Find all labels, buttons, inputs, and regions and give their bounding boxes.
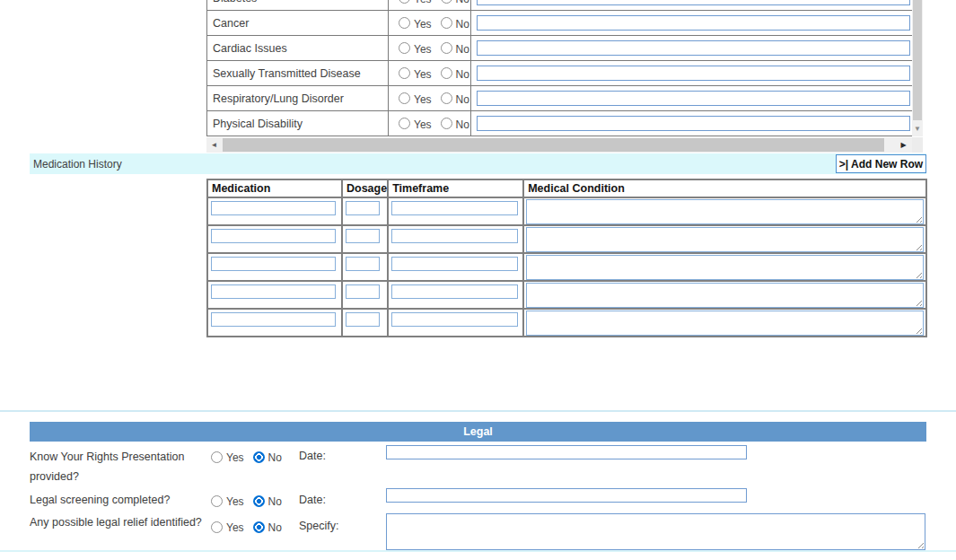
timeframe-input-row1[interactable] [391,201,518,215]
condition-row-diabetes: Diabetes Yes No [207,0,912,11]
respiratory-details-input[interactable] [477,91,910,106]
yes-radio[interactable] [399,0,410,4]
std-details-input[interactable] [477,66,910,81]
respiratory-radio-group: Yes No [399,92,469,106]
dosage-input-row4[interactable] [346,284,380,299]
know-your-rights-date-input[interactable] [386,445,747,459]
vertical-scrollbar[interactable]: ▼ [912,0,923,136]
date-label: Date: [299,450,326,462]
diabetes-radio-group: Yes No [399,0,469,5]
physical-disability-radio-group: Yes No [399,117,469,131]
cancer-radio-group: Yes No [399,16,469,31]
no-radio[interactable] [441,17,452,29]
yes-radio[interactable] [399,42,410,54]
section-title: Medication History [30,158,122,171]
medical-condition-textarea-row5[interactable] [526,311,924,336]
legal-section-bottom-separator [0,550,956,552]
legal-relief-radio-group: Yes No [211,520,282,534]
specify-label: Specify: [299,520,338,532]
legal-section-top-separator [0,410,956,412]
yes-radio[interactable] [399,118,410,129]
legal-relief-question: Any possible legal relief identified? [30,516,214,529]
legal-section-title: Legal [463,425,493,438]
medication-input-row3[interactable] [211,257,336,271]
no-radio[interactable] [253,495,265,507]
date-label: Date: [299,494,326,506]
diabetes-details-input[interactable] [477,0,910,5]
know-your-rights-radio-group: Yes No [211,450,282,464]
yes-radio[interactable] [399,67,410,79]
condition-label: Sexually Transmitted Disease [207,61,389,85]
medical-conditions-table: Diabetes Yes No Cancer Yes No [206,0,912,136]
legal-relief-specify-wrapper [386,513,925,550]
medication-table-header-row: Medication Dosage Timeframe Medical Cond… [207,179,926,197]
column-header-medication: Medication [207,179,342,197]
no-radio[interactable] [441,92,452,104]
add-new-row-button[interactable]: >| Add New Row [836,154,926,173]
column-header-medical-condition: Medical Condition [523,179,926,197]
medication-history-section-header: Medication History >| Add New Row [30,153,926,174]
yes-radio[interactable] [399,92,410,104]
condition-row-cancer: Cancer Yes No [207,11,912,36]
physical-disability-details-input[interactable] [477,116,910,131]
medication-input-row2[interactable] [211,229,336,243]
yes-radio[interactable] [211,521,223,533]
legal-relief-specify-textarea[interactable] [386,513,925,550]
condition-label: Physical Disability [207,111,389,136]
medical-condition-textarea-row2[interactable] [526,227,924,252]
medication-input-row5[interactable] [211,312,336,327]
scroll-down-arrow-icon[interactable]: ▼ [912,123,923,136]
condition-label: Diabetes [207,0,389,10]
cancer-details-input[interactable] [477,15,910,31]
condition-row-physical-disability: Physical Disability Yes No [207,111,912,136]
medication-row [207,197,926,225]
dosage-input-row5[interactable] [346,312,380,327]
dosage-input-row2[interactable] [346,229,380,243]
medication-row [207,309,926,337]
yes-radio[interactable] [211,451,223,463]
no-radio[interactable] [441,118,452,129]
horizontal-scrollbar[interactable]: ◄ ▶ [206,137,912,153]
horizontal-scrollbar-thumb[interactable] [223,138,884,152]
column-header-dosage: Dosage [342,179,388,197]
timeframe-input-row5[interactable] [391,312,518,327]
medication-row [207,225,926,253]
no-radio[interactable] [441,0,452,4]
cardiac-details-input[interactable] [477,40,910,56]
no-radio[interactable] [441,42,452,54]
medication-row [207,253,926,281]
medication-history-table: Medication Dosage Timeframe Medical Cond… [206,179,927,337]
medical-condition-textarea-row3[interactable] [526,255,924,280]
know-your-rights-question: Know Your Rights Presentation provided? [30,447,214,486]
condition-row-std: Sexually Transmitted Disease Yes No [207,61,912,86]
scroll-right-arrow-icon[interactable]: ▶ [896,137,911,153]
medication-input-row4[interactable] [211,284,336,299]
scroll-left-arrow-icon[interactable]: ◄ [206,137,222,153]
dosage-input-row3[interactable] [346,257,380,271]
timeframe-input-row2[interactable] [391,229,518,243]
yes-radio[interactable] [211,495,223,507]
column-header-timeframe: Timeframe [388,179,523,197]
medication-row [207,281,926,309]
condition-label: Respiratory/Lung Disorder [207,86,389,110]
condition-row-respiratory: Respiratory/Lung Disorder Yes No [207,86,912,111]
legal-screening-date-input[interactable] [386,488,747,503]
condition-label: Cardiac Issues [207,36,389,60]
no-radio[interactable] [253,521,265,533]
condition-label: Cancer [207,11,389,35]
cardiac-radio-group: Yes No [399,41,469,56]
no-radio[interactable] [441,67,452,79]
timeframe-input-row4[interactable] [391,284,518,299]
yes-radio[interactable] [399,17,410,29]
vertical-scrollbar-thumb[interactable] [913,0,922,120]
no-radio[interactable] [253,451,265,463]
legal-section-header: Legal [30,422,926,442]
condition-row-cardiac-issues: Cardiac Issues Yes No [207,36,912,61]
medication-input-row1[interactable] [211,201,336,215]
medical-condition-textarea-row4[interactable] [526,283,924,308]
legal-screening-radio-group: Yes No [211,494,282,508]
medical-condition-textarea-row1[interactable] [526,199,924,224]
scrollbar-corner [912,137,923,153]
timeframe-input-row3[interactable] [391,257,518,271]
dosage-input-row1[interactable] [346,201,380,215]
